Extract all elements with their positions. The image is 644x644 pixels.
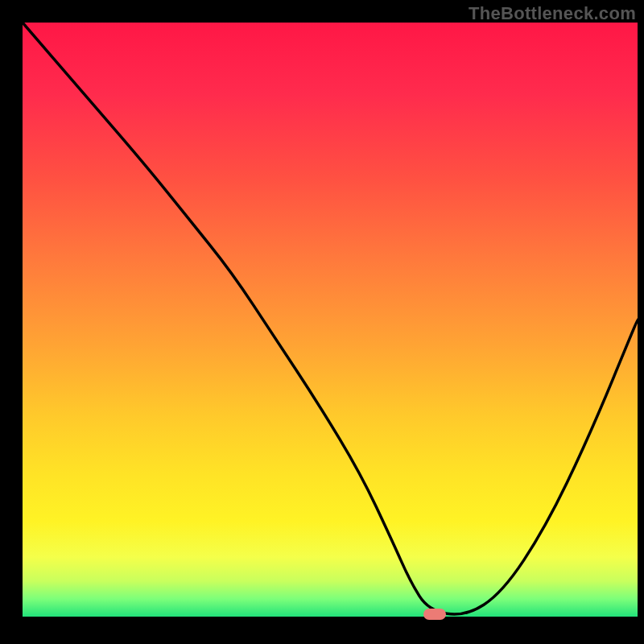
watermark-text: TheBottleneck.com [469, 3, 636, 24]
plot-area [23, 23, 638, 617]
chart-frame: TheBottleneck.com [0, 0, 644, 644]
bottleneck-curve-path [23, 23, 638, 614]
optimum-marker [423, 609, 446, 620]
curve-svg [23, 23, 638, 617]
